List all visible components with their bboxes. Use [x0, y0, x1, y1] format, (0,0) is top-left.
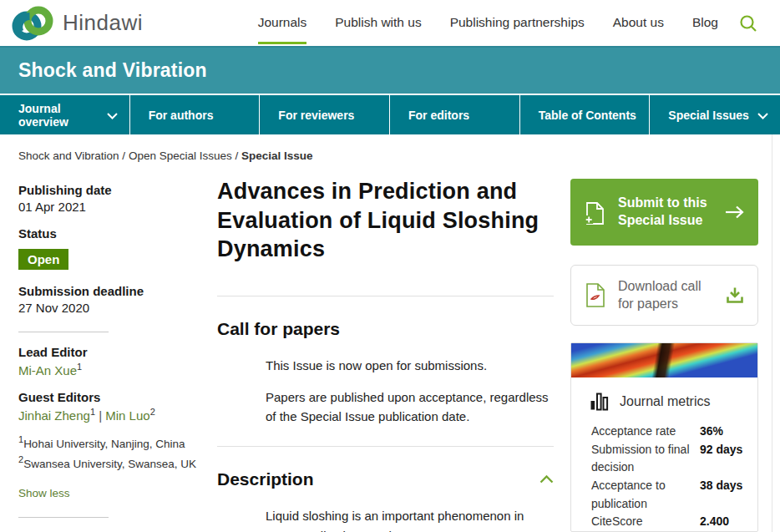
hindawi-rings-icon — [10, 3, 55, 43]
guest-editors-label: Guest Editors — [18, 390, 200, 404]
chevron-down-icon — [757, 109, 768, 122]
affiliations: 1Hohai University, Nanjing, China 2Swans… — [18, 433, 200, 474]
download-icon — [726, 286, 744, 305]
breadcrumb-journal[interactable]: Shock and Vibration — [18, 149, 119, 162]
lead-editor-sup: 1 — [77, 362, 82, 372]
deadline-value: 27 Nov 2020 — [18, 301, 200, 315]
breadcrumb-separator: / — [235, 149, 238, 162]
guest-editor-link[interactable]: Min Luo — [105, 408, 149, 423]
nav-about-us[interactable]: About us — [613, 2, 664, 44]
page-title: Advances in Prediction and Evaluation of… — [217, 177, 554, 264]
lead-editor-link[interactable]: Mi-An Xue — [18, 363, 77, 377]
publishing-date-label: Publishing date — [18, 183, 200, 197]
breadcrumb-current: Special Issue — [241, 149, 313, 162]
show-less-link[interactable]: Show less — [18, 487, 70, 499]
metric-row: Acceptance to publication 38 days — [591, 477, 746, 513]
journal-cover-image — [571, 343, 757, 377]
breadcrumb-separator: / — [122, 149, 125, 162]
description-header: Description — [217, 469, 554, 489]
journal-metrics-list: Acceptance rate 36% Submission to final … — [571, 421, 757, 532]
lead-editor-label: Lead Editor — [18, 345, 200, 359]
paragraph: This Issue is now open for submissions. — [266, 356, 554, 375]
divider — [217, 296, 554, 296]
submit-special-issue-button[interactable]: Submit to this Special Issue — [570, 179, 758, 246]
journal-banner: Shock and Vibration — [0, 48, 780, 94]
divider — [18, 517, 109, 518]
chevron-down-icon — [107, 109, 118, 122]
journal-metrics-header: Journal metrics — [571, 377, 757, 421]
document-plus-icon — [584, 199, 606, 225]
nav-publishing-partnerships[interactable]: Publishing partnerships — [450, 2, 585, 44]
journal-nav-for-authors[interactable]: For authors — [130, 95, 261, 134]
nav-journals[interactable]: Journals — [258, 2, 307, 44]
status-badge: Open — [18, 249, 68, 270]
divider — [217, 446, 554, 447]
metric-row: Acceptance rate 36% — [591, 423, 746, 441]
guest-editors: Jinhai Zheng1 | Min Luo2 — [18, 407, 200, 423]
nav-blog[interactable]: Blog — [692, 2, 718, 44]
editor-separator: | — [99, 408, 102, 423]
hindawi-logo[interactable]: Hindawi — [10, 3, 143, 43]
pdf-file-icon — [585, 282, 606, 308]
lead-editor: Mi-An Xue1 — [18, 362, 200, 377]
journal-metrics-title: Journal metrics — [620, 394, 710, 409]
journal-nav-for-editors[interactable]: For editors — [390, 95, 520, 134]
deadline-label: Submission deadline — [18, 284, 200, 298]
journal-nav-table-of-contents[interactable]: Table of Contents — [520, 95, 651, 134]
arrow-right-icon — [725, 205, 745, 219]
affiliation-item: 1Hohai University, Nanjing, China — [18, 433, 200, 453]
journal-nav-special-issues[interactable]: Special Issues — [650, 95, 780, 134]
content-area: Publishing date 01 Apr 2021 Status Open … — [0, 170, 780, 532]
journal-nav-for-reviewers[interactable]: For reviewers — [260, 95, 390, 134]
metric-row: CiteScore 2.400 — [591, 513, 746, 531]
status-label: Status — [18, 226, 200, 241]
brand-name: Hindawi — [63, 10, 143, 36]
breadcrumb-open-special-issues[interactable]: Open Special Issues — [129, 149, 232, 162]
download-button-label: Download call for papers — [618, 278, 714, 313]
journal-title: Shock and Vibration — [18, 59, 207, 82]
affiliation-item: 2Swansea University, Swansea, UK — [18, 453, 200, 473]
download-call-for-papers-button[interactable]: Download call for papers — [570, 265, 758, 326]
paragraph: Liquid sloshing is an important phenomen… — [266, 506, 554, 532]
breadcrumb: Shock and Vibration / Open Special Issue… — [0, 134, 780, 170]
issue-sidebar: Publishing date 01 Apr 2021 Status Open … — [18, 170, 200, 532]
metric-row: Submission to final decision 92 days — [591, 441, 746, 477]
page-edge-divider — [772, 134, 772, 532]
divider — [18, 332, 109, 332]
description-body: Liquid sloshing is an important phenomen… — [266, 506, 554, 532]
top-nav: Journals Publish with us Publishing part… — [258, 2, 718, 44]
call-for-papers-header: Call for papers — [217, 319, 554, 339]
nav-publish-with-us[interactable]: Publish with us — [335, 2, 421, 44]
call-for-papers-heading: Call for papers — [217, 319, 340, 339]
search-icon[interactable] — [738, 13, 758, 33]
collapse-section-icon[interactable] — [539, 475, 554, 484]
submit-button-label: Submit to this Special Issue — [618, 195, 713, 230]
publishing-date-value: 01 Apr 2021 — [18, 200, 200, 214]
description-heading: Description — [217, 469, 314, 489]
bar-chart-icon — [590, 393, 609, 411]
guest-editor-link[interactable]: Jinhai Zheng — [18, 408, 90, 423]
journal-nav: Journal overview For authors For reviewe… — [0, 94, 780, 134]
right-column: Submit to this Special Issue Download ca… — [570, 170, 758, 532]
call-for-papers-body: This Issue is now open for submissions. … — [266, 356, 554, 427]
journal-metrics-card: Journal metrics Acceptance rate 36% Subm… — [570, 342, 758, 532]
paragraph: Papers are published upon acceptance, re… — [266, 388, 554, 427]
main-column: Advances in Prediction and Evaluation of… — [217, 170, 554, 532]
journal-nav-overview[interactable]: Journal overview — [0, 95, 130, 134]
site-header: Hindawi Journals Publish with us Publish… — [0, 0, 780, 48]
